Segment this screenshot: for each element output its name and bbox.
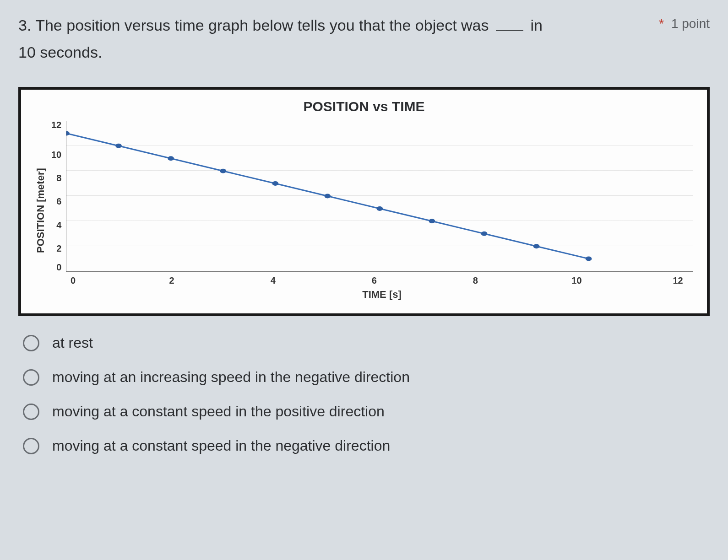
x-tick-label: 12 — [673, 275, 683, 286]
svg-point-6 — [377, 206, 383, 211]
radio-icon — [23, 335, 39, 351]
y-tick-label: 12 — [51, 120, 61, 130]
chart-line-svg — [66, 121, 693, 271]
option-at-rest[interactable]: at rest — [23, 334, 710, 351]
option-label: at rest — [52, 334, 93, 351]
x-tick-label: 4 — [271, 275, 276, 286]
svg-point-2 — [168, 156, 174, 161]
question-suffix: in — [530, 16, 542, 34]
radio-icon — [23, 438, 39, 454]
y-tick-label: 0 — [56, 262, 61, 273]
options-group: at rest moving at an increasing speed in… — [18, 334, 710, 454]
option-label: moving at a constant speed in the negati… — [52, 437, 390, 454]
chart-title: POSITION vs TIME — [35, 99, 693, 114]
svg-point-1 — [115, 144, 122, 148]
option-constant-negative[interactable]: moving at a constant speed in the negati… — [23, 437, 710, 454]
blank-line — [496, 30, 523, 31]
option-label: moving at an increasing speed in the neg… — [52, 369, 410, 386]
svg-point-0 — [66, 131, 70, 135]
svg-point-9 — [533, 244, 540, 248]
x-tick-label: 2 — [169, 275, 174, 286]
question-row: 3. The position versus time graph below … — [18, 14, 710, 37]
plot-grid — [66, 121, 693, 272]
x-tick-label: 10 — [571, 275, 581, 286]
x-tick-label: 6 — [372, 275, 377, 286]
x-axis-label: TIME [s] — [71, 289, 693, 301]
svg-point-8 — [481, 232, 488, 236]
points-label: 1 point — [671, 16, 710, 31]
x-ticks: 024681012 — [71, 275, 693, 286]
question-text: 3. The position versus time graph below … — [18, 14, 650, 37]
y-tick-label: 4 — [56, 220, 61, 230]
y-ticks: 121086420 — [51, 121, 66, 272]
y-tick-label: 6 — [56, 196, 61, 207]
svg-point-4 — [272, 181, 279, 186]
question-prefix: 3. The position versus time graph below … — [18, 16, 493, 34]
y-axis-label: POSITION [meter] — [35, 121, 47, 301]
x-tick-label: 0 — [71, 275, 76, 286]
svg-point-3 — [220, 169, 227, 173]
radio-icon — [23, 369, 39, 386]
option-label: moving at a constant speed in the positi… — [52, 403, 385, 420]
chart-body: POSITION [meter] 121086420 024681012 TIM… — [35, 121, 693, 301]
required-asterisk: * — [659, 16, 664, 31]
svg-point-5 — [325, 194, 331, 199]
radio-icon — [23, 404, 39, 420]
plot-area: 121086420 — [51, 121, 693, 272]
question-line2: 10 seconds. — [18, 41, 710, 64]
y-tick-label: 10 — [51, 150, 61, 160]
option-constant-positive[interactable]: moving at a constant speed in the positi… — [23, 403, 710, 420]
y-tick-label: 2 — [56, 243, 61, 253]
option-increasing-negative[interactable]: moving at an increasing speed in the neg… — [23, 369, 710, 386]
svg-point-7 — [429, 219, 435, 223]
plot-wrap: 121086420 024681012 TIME [s] — [51, 121, 693, 301]
y-tick-label: 8 — [56, 173, 61, 183]
svg-point-10 — [586, 257, 592, 261]
chart-frame: POSITION vs TIME POSITION [meter] 121086… — [18, 87, 710, 316]
points-meta: * 1 point — [650, 14, 710, 31]
x-tick-label: 8 — [473, 275, 478, 286]
